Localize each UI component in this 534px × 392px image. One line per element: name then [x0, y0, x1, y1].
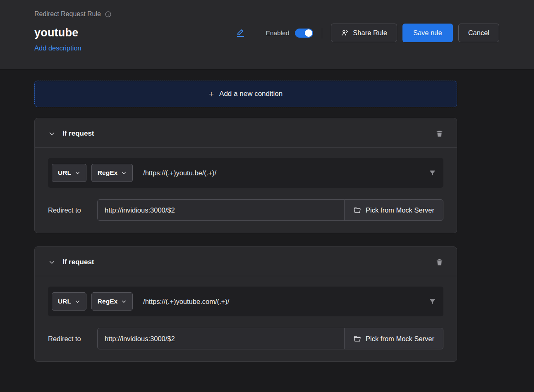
share-rule-label: Share Rule — [353, 29, 387, 37]
source-value-input[interactable] — [138, 298, 424, 306]
save-rule-button[interactable]: Save rule — [402, 24, 453, 42]
rule-type-row: Redirect Request Rule — [34, 10, 499, 18]
share-rule-button[interactable]: Share Rule — [331, 24, 397, 42]
filter-icon[interactable] — [429, 169, 436, 177]
add-condition-button[interactable]: + Add a new condition — [34, 81, 457, 107]
redirect-input-group: Pick from Mock Server — [97, 328, 443, 349]
rule-editor-body: + Add a new condition If request URL — [0, 69, 534, 362]
delete-condition-icon[interactable] — [436, 258, 443, 266]
pick-mock-server-label: Pick from Mock Server — [366, 206, 434, 214]
source-value-input[interactable] — [138, 169, 424, 177]
open-folder-icon — [353, 335, 361, 343]
condition-card-header: If request — [35, 247, 457, 276]
condition-title: If request — [62, 129, 94, 138]
edit-rule-name-icon[interactable] — [236, 28, 245, 38]
source-key-dropdown[interactable]: URL — [52, 164, 86, 182]
chevron-down-icon — [121, 299, 127, 304]
operator-value: RegEx — [98, 169, 117, 177]
collapse-chevron-icon[interactable] — [48, 130, 55, 137]
delete-condition-icon[interactable] — [436, 129, 443, 138]
source-key-dropdown[interactable]: URL — [52, 292, 86, 311]
collapse-chevron-icon[interactable] — [48, 259, 55, 266]
source-key-value: URL — [58, 298, 71, 305]
condition-card-header: If request — [35, 118, 457, 148]
enabled-toggle[interactable] — [295, 29, 313, 38]
redirect-to-label: Redirect to — [48, 206, 97, 214]
rule-name-block: youtube Add description — [34, 24, 81, 52]
source-condition-row: URL RegEx — [48, 158, 443, 188]
condition-card-body: URL RegEx Redirect to — [35, 148, 457, 233]
filter-icon[interactable] — [429, 298, 436, 306]
pick-mock-server-button[interactable]: Pick from Mock Server — [344, 199, 443, 221]
add-condition-label: Add a new condition — [219, 90, 283, 98]
condition-card: If request URL RegEx — [34, 246, 457, 362]
source-condition-row: URL RegEx — [48, 287, 443, 316]
cancel-button[interactable]: Cancel — [458, 24, 499, 42]
condition-title: If request — [62, 258, 94, 266]
operator-value: RegEx — [98, 298, 117, 305]
vertical-divider — [322, 28, 322, 38]
chevron-down-icon — [75, 299, 80, 304]
enabled-label: Enabled — [266, 29, 289, 37]
toggle-knob — [305, 29, 312, 37]
add-description-link[interactable]: Add description — [34, 44, 81, 52]
redirect-url-input[interactable] — [97, 199, 345, 221]
condition-card-body: URL RegEx Redirect to — [35, 276, 457, 361]
redirect-input-group: Pick from Mock Server — [97, 199, 443, 221]
redirect-to-label: Redirect to — [48, 335, 97, 343]
pick-mock-server-label: Pick from Mock Server — [366, 335, 434, 343]
plus-icon: + — [209, 90, 214, 98]
share-person-icon — [341, 29, 349, 37]
redirect-row: Redirect to Pick from Mock Server — [48, 199, 443, 221]
redirect-url-input[interactable] — [97, 328, 345, 349]
chevron-down-icon — [121, 170, 127, 176]
rule-name[interactable]: youtube — [34, 24, 81, 42]
condition-card: If request URL RegEx — [34, 118, 457, 233]
chevron-down-icon — [75, 170, 80, 176]
redirect-row: Redirect to Pick from Mock Server — [48, 328, 443, 349]
rule-type-label: Redirect Request Rule — [34, 10, 101, 18]
cancel-label: Cancel — [468, 29, 489, 37]
operator-dropdown[interactable]: RegEx — [91, 292, 133, 311]
header-actions: Enabled Share Rule Save rule Cancel — [236, 24, 499, 42]
operator-dropdown[interactable]: RegEx — [91, 164, 133, 182]
rule-editor-header: Redirect Request Rule youtube Add descri… — [0, 0, 534, 69]
pick-mock-server-button[interactable]: Pick from Mock Server — [344, 328, 443, 349]
info-icon[interactable] — [105, 11, 112, 18]
save-rule-label: Save rule — [413, 29, 442, 37]
open-folder-icon — [353, 206, 361, 214]
source-key-value: URL — [58, 169, 71, 177]
